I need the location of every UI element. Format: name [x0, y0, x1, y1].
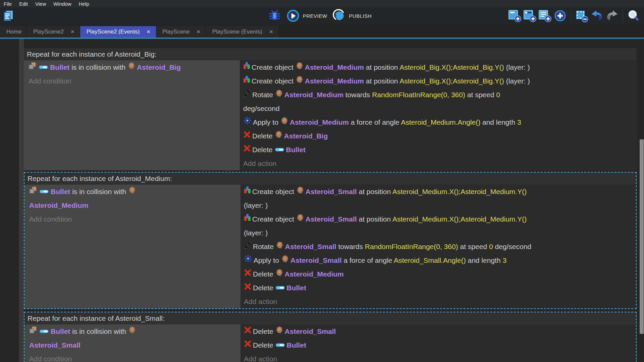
instruction-text: is in collision with — [69, 63, 127, 71]
action-row[interactable]: Rotate Asteroid_Small towards RandomFloa… — [244, 240, 634, 253]
event-body: Bullet is in collision with Asteroid_Med… — [24, 185, 636, 308]
object-name: Asteroid_Small — [306, 215, 357, 223]
scrollbar-track[interactable] — [639, 39, 644, 362]
condition-row[interactable]: Bullet is in collision with — [29, 185, 238, 198]
object-name: Asteroid_Small — [285, 327, 336, 335]
undo-icon[interactable] — [590, 9, 604, 22]
menu-file[interactable]: File — [0, 1, 15, 7]
action-row[interactable]: Create object Asteroid_Medium at positio… — [243, 74, 635, 88]
object-name: Asteroid_Medium — [284, 91, 343, 99]
event-block[interactable]: Repeat for each instance of Asteroid_Med… — [24, 172, 637, 309]
action-row[interactable]: Create object Asteroid_Small at position… — [244, 212, 634, 226]
expression-text: 0 — [496, 91, 500, 99]
actions-column: Create object Asteroid_Medium at positio… — [240, 60, 637, 170]
instruction-text: (layer: ) — [504, 77, 530, 85]
action-row[interactable]: Delete Bullet — [244, 281, 634, 295]
action-row[interactable]: Delete Bullet — [244, 338, 634, 352]
instruction-text: is in collision with — [70, 188, 128, 195]
preview-button[interactable]: PREVIEW — [286, 9, 327, 22]
event-header[interactable]: Repeat for each instance of Asteroid_Big… — [24, 48, 637, 60]
action-row[interactable]: Rotate Asteroid_Medium towards RandomFlo… — [243, 88, 635, 102]
add-action-button[interactable]: Add action — [244, 295, 634, 308]
debugger-icon[interactable] — [268, 9, 281, 22]
instruction-text: a force of angle — [342, 256, 394, 264]
add-subevent-icon[interactable] — [523, 9, 537, 22]
add-event-icon[interactable] — [508, 9, 522, 22]
action-row[interactable]: Apply to Asteroid_Small a force of angle… — [244, 253, 634, 267]
instruction-text: Create object — [252, 188, 296, 195]
expression-text: 0 — [489, 243, 493, 250]
tab-playscene2[interactable]: PlayScene2✕ — [27, 26, 80, 38]
rotate-icon — [243, 88, 251, 102]
tab-playscene2-events[interactable]: PlayScene2 (Events)✕ — [80, 26, 156, 38]
delete-icon — [244, 281, 252, 295]
tab-close-icon[interactable]: ✕ — [196, 29, 201, 35]
redo-icon[interactable] — [605, 9, 619, 22]
action-row[interactable]: Create object Asteroid_Small at position… — [244, 185, 634, 198]
force-icon — [244, 253, 252, 267]
condition-row[interactable]: Bullet is in collision with Asteroid_Big — [29, 60, 238, 74]
tab-label: PlayScene2 — [33, 28, 64, 35]
action-row[interactable]: deg/second — [243, 102, 635, 115]
instruction-text: at position — [357, 188, 392, 195]
collision-icon — [29, 324, 38, 338]
add-condition-button[interactable]: Add condition — [29, 74, 238, 88]
action-row[interactable]: Apply to Asteroid_Medium a force of angl… — [243, 115, 635, 129]
tab-close-icon[interactable]: ✕ — [146, 29, 151, 35]
action-row[interactable]: Delete Asteroid_Big — [243, 129, 635, 143]
events-sheet: Repeat for each instance of Asteroid_Big… — [0, 39, 644, 362]
project-manager-icon[interactable] — [3, 10, 14, 21]
tab-close-icon[interactable]: ✕ — [269, 29, 273, 35]
event-header[interactable]: Repeat for each instance of Asteroid_Med… — [24, 173, 636, 185]
add-condition-button[interactable]: Add condition — [29, 352, 238, 362]
condition-row[interactable]: Asteroid_Medium — [29, 198, 238, 212]
add-circle-icon[interactable] — [553, 9, 567, 22]
publish-label: PUBLISH — [349, 13, 372, 19]
action-row[interactable]: (layer: ) — [244, 226, 634, 240]
menu-window[interactable]: Window — [50, 1, 75, 7]
action-row[interactable]: Delete Asteroid_Medium — [244, 267, 634, 281]
menu-view[interactable]: View — [32, 1, 50, 7]
search-icon[interactable] — [627, 9, 640, 22]
scrollbar-thumb[interactable] — [640, 139, 644, 334]
event-header[interactable]: Repeat for each instance of Asteroid_Sma… — [24, 312, 636, 324]
add-action-button[interactable]: Add action — [244, 352, 634, 362]
bullet-icon — [275, 338, 285, 352]
event-block[interactable]: Repeat for each instance of Asteroid_Sma… — [24, 312, 637, 362]
create-icon — [243, 74, 250, 88]
menu-help[interactable]: Help — [75, 1, 93, 7]
force-icon — [243, 115, 252, 129]
remove-selection-icon[interactable] — [575, 9, 589, 22]
object-name: Asteroid_Big — [284, 132, 328, 140]
tab-home[interactable]: Home — [0, 26, 27, 38]
event-block[interactable]: Repeat for each instance of Asteroid_Big… — [24, 48, 637, 170]
condition-row[interactable]: Bullet is in collision with — [29, 324, 238, 338]
tab-playscene[interactable]: PlayScene✕ — [156, 26, 206, 38]
publish-button[interactable]: PUBLISH — [332, 9, 372, 22]
asteroid-icon — [296, 212, 304, 226]
instruction-text: Delete — [253, 327, 275, 335]
toolbar-right — [508, 9, 644, 22]
add-action-button[interactable]: Add action — [243, 157, 635, 170]
action-row[interactable]: (layer: ) — [244, 198, 634, 212]
action-row[interactable]: Create object Asteroid_Medium at positio… — [243, 60, 635, 74]
events-gutter — [19, 39, 24, 362]
instruction-text: towards — [343, 91, 372, 99]
tab-label: Home — [6, 28, 21, 35]
create-icon — [244, 185, 251, 198]
object-name: Asteroid_Medium — [29, 201, 88, 209]
instruction-text: (layer: ) — [244, 201, 268, 209]
instruction-text: and length — [480, 118, 517, 126]
instruction-text: Create object — [252, 215, 296, 223]
instruction-text: at speed — [465, 91, 496, 99]
add-condition-button[interactable]: Add condition — [29, 212, 238, 226]
tab-close-icon[interactable]: ✕ — [70, 29, 75, 35]
condition-row[interactable]: Asteroid_Small — [29, 338, 238, 352]
menu-edit[interactable]: Edit — [15, 1, 32, 7]
tab-playscene-events[interactable]: PlayScene (Events)✕ — [206, 26, 279, 38]
add-comment-icon[interactable] — [538, 9, 552, 22]
expression-text: RandomFloatInRange(0, 360) — [365, 243, 458, 250]
action-row[interactable]: Delete Bullet — [243, 143, 635, 157]
action-row[interactable]: Delete Asteroid_Small — [244, 324, 634, 338]
bullet-icon — [275, 143, 285, 157]
